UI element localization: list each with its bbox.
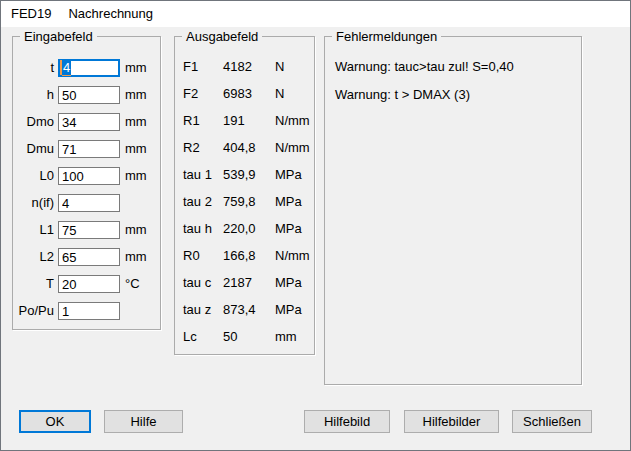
output-unit: N/mm <box>275 140 310 156</box>
input-row-dmu: Dmu mm <box>13 140 160 158</box>
output-value: 191 <box>223 113 245 129</box>
eingabefeld-group: Eingabefeld t 4 mm h mm Dmo mm Dmu mm L0… <box>12 36 161 330</box>
eingabefeld-legend: Eingabefeld <box>20 30 97 43</box>
nif-label: n(if) <box>13 194 54 212</box>
temp-unit-label: °C <box>125 275 140 293</box>
input-row-l1: L1 mm <box>13 221 160 239</box>
output-value: 404,8 <box>223 140 256 156</box>
output-row: tau h 220,0 MPa <box>175 221 314 237</box>
h-label: h <box>13 86 54 104</box>
dmu-input[interactable] <box>58 140 120 158</box>
dmo-unit-label: mm <box>125 113 147 131</box>
warning-message: Warnung: t > DMAX (3) <box>335 87 470 103</box>
temp-input[interactable] <box>58 275 120 293</box>
ok-button[interactable]: OK <box>19 410 91 433</box>
input-row-t: t 4 mm <box>13 59 160 77</box>
output-value: 4182 <box>223 59 252 75</box>
input-row-temp: T °C <box>13 275 160 293</box>
dialog-window: FED19Nachrechnung Eingabefeld t 4 mm h m… <box>0 0 631 451</box>
nif-input[interactable] <box>58 194 120 212</box>
output-unit: MPa <box>275 194 302 210</box>
output-name: R1 <box>183 113 200 129</box>
output-unit: MPa <box>275 167 302 183</box>
dialog-title: Nachrechnung <box>68 6 153 21</box>
output-unit: N <box>275 86 284 102</box>
output-unit: MPa <box>275 221 302 237</box>
t-input[interactable]: 4 <box>58 59 120 77</box>
output-value: 873,4 <box>223 302 256 318</box>
output-name: Lc <box>183 329 197 345</box>
output-value: 759,8 <box>223 194 256 210</box>
output-name: F1 <box>183 59 198 75</box>
output-unit: MPa <box>275 275 302 291</box>
output-name: tau 1 <box>183 167 212 183</box>
output-name: tau z <box>183 302 211 318</box>
fehlermeldungen-legend: Fehlermeldungen <box>332 30 441 43</box>
h-input[interactable] <box>58 86 120 104</box>
output-row: F2 6983 N <box>175 86 314 102</box>
output-name: F2 <box>183 86 198 102</box>
dmo-label: Dmo <box>13 113 54 131</box>
l0-label: L0 <box>13 167 54 185</box>
l1-input[interactable] <box>58 221 120 239</box>
output-row: R1 191 N/mm <box>175 113 314 129</box>
dmu-label: Dmu <box>13 140 54 158</box>
l0-input[interactable] <box>58 167 120 185</box>
output-name: tau 2 <box>183 194 212 210</box>
t-unit-label: mm <box>125 59 147 77</box>
dmo-input[interactable] <box>58 113 120 131</box>
input-row-l0: L0 mm <box>13 167 160 185</box>
output-value: 539,9 <box>223 167 256 183</box>
output-value: 166,8 <box>223 248 256 264</box>
output-row: tau 1 539,9 MPa <box>175 167 314 183</box>
temp-label: T <box>13 275 54 293</box>
l0-unit-label: mm <box>125 167 147 185</box>
ausgabefeld-group: Ausgabefeld F1 4182 N F2 6983 N R1 191 N… <box>174 36 315 355</box>
title-bar[interactable]: FED19Nachrechnung <box>1 1 630 27</box>
output-name: R2 <box>183 140 200 156</box>
schliessen-button[interactable]: Schließen <box>512 410 592 433</box>
hilfebild-button[interactable]: Hilfebild <box>304 410 390 433</box>
output-unit: N <box>275 59 284 75</box>
hilfe-button[interactable]: Hilfe <box>104 410 183 433</box>
l2-label: L2 <box>13 248 54 266</box>
output-value: 2187 <box>223 275 252 291</box>
output-unit: N/mm <box>275 248 310 264</box>
output-unit: N/mm <box>275 113 310 129</box>
output-row: tau 2 759,8 MPa <box>175 194 314 210</box>
output-name: tau c <box>183 275 211 291</box>
output-name: tau h <box>183 221 212 237</box>
output-value: 220,0 <box>223 221 256 237</box>
output-name: R0 <box>183 248 200 264</box>
input-row-popu: Po/Pu <box>13 302 160 320</box>
l2-unit-label: mm <box>125 248 147 266</box>
output-row: F1 4182 N <box>175 59 314 75</box>
output-row: Lc 50 mm <box>175 329 314 345</box>
output-value: 50 <box>223 329 237 345</box>
fehlermeldungen-group: Fehlermeldungen Warnung: tauc>tau zul! S… <box>324 36 582 385</box>
output-row: R2 404,8 N/mm <box>175 140 314 156</box>
l1-unit-label: mm <box>125 221 147 239</box>
selected-text: 4 <box>62 60 71 75</box>
dmu-unit-label: mm <box>125 140 147 158</box>
output-value: 6983 <box>223 86 252 102</box>
l2-input[interactable] <box>58 248 120 266</box>
output-unit: MPa <box>275 302 302 318</box>
warning-message: Warnung: tauc>tau zul! S=0,40 <box>335 59 514 75</box>
app-title: FED19 <box>11 6 51 21</box>
popu-label: Po/Pu <box>13 302 54 320</box>
output-row: tau c 2187 MPa <box>175 275 314 291</box>
input-row-dmo: Dmo mm <box>13 113 160 131</box>
input-row-nif: n(if) <box>13 194 160 212</box>
output-unit: mm <box>275 329 297 345</box>
t-label: t <box>13 59 54 77</box>
hilfebilder-button[interactable]: Hilfebilder <box>404 410 499 433</box>
output-row: R0 166,8 N/mm <box>175 248 314 264</box>
output-row: tau z 873,4 MPa <box>175 302 314 318</box>
input-row-h: h mm <box>13 86 160 104</box>
backdrop-window-edge-top <box>553 0 631 1</box>
l1-label: L1 <box>13 221 54 239</box>
ausgabefeld-legend: Ausgabefeld <box>182 30 262 43</box>
h-unit-label: mm <box>125 86 147 104</box>
popu-input[interactable] <box>58 302 120 320</box>
